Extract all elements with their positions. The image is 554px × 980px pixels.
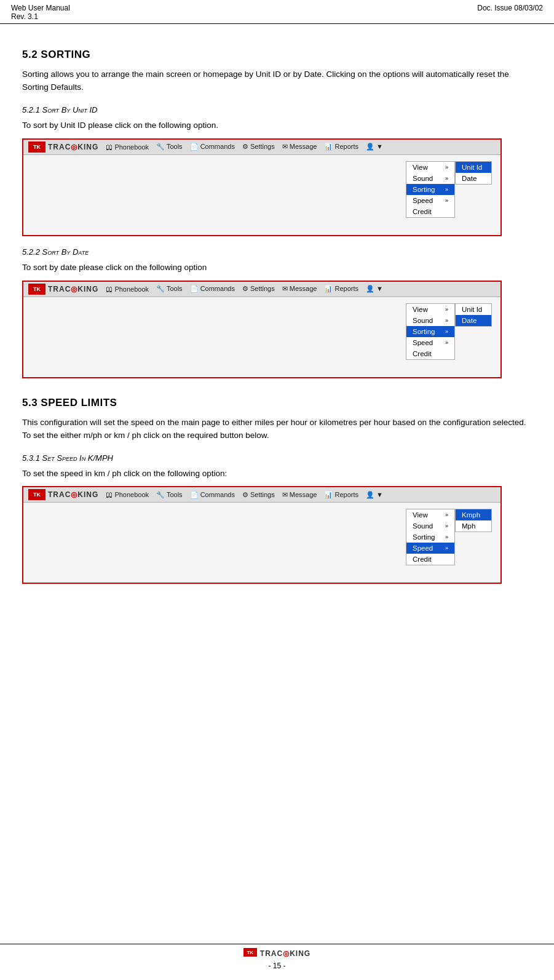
nav-icons-2: 👤 ▼ [366, 285, 383, 293]
nav-reports-3[interactable]: 📊 Reports [324, 491, 358, 499]
screenshot-3: TK TRAC◎KING 🕮 Phonebook 🔧 Tools 📄 Comma… [22, 486, 502, 584]
menu-item-view-2[interactable]: View » [406, 304, 454, 315]
nav-bar-1: TK TRAC◎KING 🕮 Phonebook 🔧 Tools 📄 Comma… [23, 140, 501, 155]
dropdown-3: View » Sound » Sorting » Speed » Credit [406, 509, 455, 565]
footer-logo-text: TRAC◎KING [260, 949, 311, 958]
menus-1: View » Sound » Sorting » Speed » Credit … [406, 161, 492, 229]
submenu-3: Kmph Mph [455, 509, 492, 532]
submenu-kmph-3[interactable]: Kmph [456, 509, 491, 520]
nav-phonebook-2[interactable]: 🕮 Phonebook [106, 285, 149, 293]
page-number: - 15 - [268, 962, 285, 970]
section-522-title: 5.2.2 Sort By Date [22, 247, 532, 257]
nav-tools-3[interactable]: 🔧 Tools [156, 491, 183, 499]
menu-item-credit-3[interactable]: Credit [406, 554, 454, 565]
menu-item-speed-3[interactable]: Speed » [406, 543, 454, 554]
logo-icon-1: TK [28, 141, 46, 153]
menus-2: View » Sound » Sorting » Speed » Credit … [406, 303, 492, 371]
nav-tools-1[interactable]: 🔧 Tools [156, 143, 183, 151]
nav-phonebook-1[interactable]: 🕮 Phonebook [106, 143, 149, 151]
submenu-unitid-2[interactable]: Unit Id [456, 304, 491, 315]
menu-item-speed-2[interactable]: Speed » [406, 337, 454, 348]
nav-phonebook-3[interactable]: 🕮 Phonebook [106, 491, 149, 498]
logo-icon-3: TK [28, 489, 46, 500]
nav-message-1[interactable]: ✉ Message [282, 143, 317, 151]
section-53-title: 5.3 Speed Limits [22, 397, 532, 409]
header-left: Web User Manual Rev. 3.1 [11, 4, 70, 21]
nav-commands-2[interactable]: 📄 Commands [190, 285, 235, 293]
logo-1: TK TRAC◎KING [28, 141, 98, 153]
menu-item-sorting-3[interactable]: Sorting » [406, 532, 454, 543]
menu-item-view-3[interactable]: View » [406, 509, 454, 520]
page-header: Web User Manual Rev. 3.1 Doc. Issue 08/0… [0, 0, 554, 24]
footer-logo: TK TRAC◎KING [243, 948, 311, 959]
menus-3: View » Sound » Sorting » Speed » Credit … [406, 509, 492, 576]
screenshot-1: TK TRAC◎KING 🕮 Phonebook 🔧 Tools 📄 Comma… [22, 138, 502, 236]
section-522-body: To sort by date please click on the foll… [22, 261, 532, 274]
menu-item-credit-2[interactable]: Credit [406, 348, 454, 359]
nav-settings-3[interactable]: ⚙ Settings [242, 491, 275, 499]
nav-message-2[interactable]: ✉ Message [282, 285, 317, 293]
page-footer: TK TRAC◎KING - 15 - [0, 944, 554, 974]
section-52-body: Sorting allows you to arrange the main s… [22, 68, 532, 94]
dropdown-2: View » Sound » Sorting » Speed » Credit [406, 303, 455, 360]
menu-item-speed-1[interactable]: Speed » [406, 195, 454, 206]
menu-item-sound-2[interactable]: Sound » [406, 315, 454, 326]
nav-reports-1[interactable]: 📊 Reports [324, 143, 358, 151]
submenu-date-2[interactable]: Date [456, 315, 491, 326]
nav-reports-2[interactable]: 📊 Reports [324, 285, 358, 293]
submenu-2: Unit Id Date [455, 303, 492, 327]
nav-bar-3: TK TRAC◎KING 🕮 Phonebook 🔧 Tools 📄 Comma… [23, 487, 501, 503]
nav-commands-3[interactable]: 📄 Commands [190, 491, 235, 499]
screenshot-2-body: View » Sound » Sorting » Speed » Credit … [23, 297, 501, 377]
logo-icon-2: TK [28, 284, 46, 295]
menu-item-sorting-2[interactable]: Sorting » [406, 326, 454, 337]
nav-settings-1[interactable]: ⚙ Settings [242, 143, 275, 151]
menu-item-sound-3[interactable]: Sound » [406, 520, 454, 532]
menu-item-credit-1[interactable]: Credit [406, 206, 454, 217]
dropdown-1: View » Sound » Sorting » Speed » Credit [406, 161, 455, 218]
menu-item-sound-1[interactable]: Sound » [406, 173, 454, 184]
section-521-body: To sort by Unit ID please click on the f… [22, 119, 532, 132]
section-521-title: 5.2.1 Sort By Unit ID [22, 105, 532, 114]
nav-icons-3: 👤 ▼ [366, 491, 383, 499]
logo-3: TK TRAC◎KING [28, 489, 98, 500]
header-right: Doc. Issue 08/03/02 [477, 4, 543, 21]
section-531-body: To set the speed in km / ph click on the… [22, 468, 532, 480]
logo-2: TK TRAC◎KING [28, 284, 98, 295]
submenu-date-1[interactable]: Date [456, 173, 491, 184]
menu-item-view-1[interactable]: View » [406, 162, 454, 173]
footer-logo-icon: TK [243, 948, 257, 957]
nav-bar-2: TK TRAC◎KING 🕮 Phonebook 🔧 Tools 📄 Comma… [23, 282, 501, 297]
main-content: 5.2 Sorting Sorting allows you to arrang… [0, 24, 554, 601]
nav-settings-2[interactable]: ⚙ Settings [242, 285, 275, 293]
submenu-1: Unit Id Date [455, 161, 492, 185]
section-531-title: 5.3.1 Set Speed In K/MPH [22, 453, 532, 463]
screenshot-3-body: View » Sound » Sorting » Speed » Credit … [23, 503, 501, 583]
section-52-title: 5.2 Sorting [22, 49, 532, 61]
menu-item-sorting-1[interactable]: Sorting » [406, 184, 454, 195]
submenu-unitid-1[interactable]: Unit Id [456, 162, 491, 173]
nav-commands-1[interactable]: 📄 Commands [190, 143, 235, 151]
nav-icons-1: 👤 ▼ [366, 143, 383, 151]
section-53-body: This configuration will set the speed on… [22, 416, 532, 442]
nav-tools-2[interactable]: 🔧 Tools [156, 285, 183, 293]
submenu-mph-3[interactable]: Mph [456, 520, 491, 532]
nav-message-3[interactable]: ✉ Message [282, 491, 317, 499]
screenshot-1-body: View » Sound » Sorting » Speed » Credit … [23, 155, 501, 235]
screenshot-2: TK TRAC◎KING 🕮 Phonebook 🔧 Tools 📄 Comma… [22, 281, 502, 378]
